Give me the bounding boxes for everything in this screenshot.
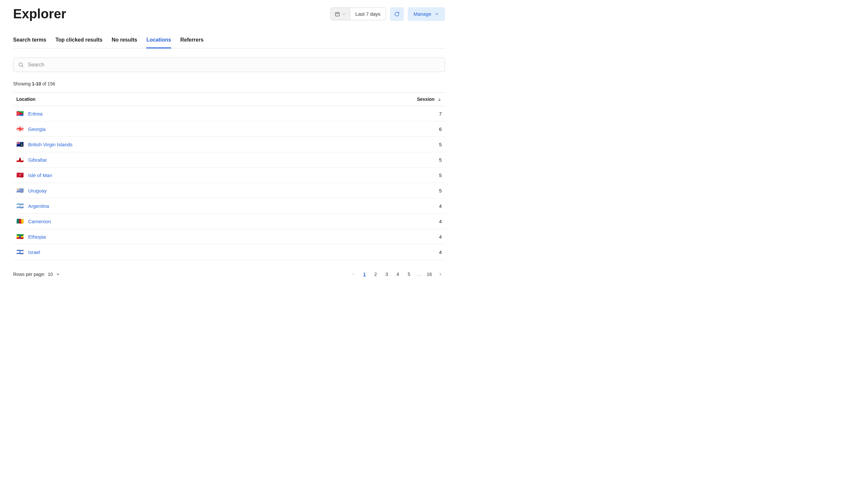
table-row: 🇺🇾Uruguay5 [13, 183, 445, 198]
page-button[interactable]: 5 [404, 270, 414, 279]
prev-page-button [349, 270, 358, 279]
session-value: 7 [301, 106, 445, 122]
table-row: 🇬🇮Gibraltar5 [13, 152, 445, 167]
table-row: 🇦🇷Argentina4 [13, 198, 445, 214]
flag-icon: 🇪🇷 [16, 110, 23, 117]
session-value: 4 [301, 198, 445, 214]
location-link[interactable]: Israel [28, 249, 40, 255]
location-link[interactable]: Gibraltar [28, 157, 47, 163]
sort-desc-icon [437, 97, 442, 102]
table-row: 🇮🇱Israel4 [13, 245, 445, 260]
chevron-down-icon [56, 272, 60, 276]
location-cell: 🇦🇷Argentina [13, 198, 301, 214]
calendar-icon [335, 12, 340, 17]
location-link[interactable]: Isle of Man [28, 173, 52, 178]
search-box[interactable] [13, 58, 445, 72]
svg-point-4 [19, 63, 22, 67]
table-row: 🇬🇪Georgia6 [13, 122, 445, 137]
location-cell: 🇨🇲Cameroon [13, 214, 301, 229]
calendar-dropdown-button[interactable] [331, 8, 350, 20]
pagination: 12345…16 [349, 270, 445, 279]
header: Explorer Last 7 days Manage [13, 6, 445, 21]
location-cell: 🇬🇪Georgia [13, 122, 301, 137]
table-row: 🇮🇲Isle of Man5 [13, 167, 445, 183]
page-button[interactable]: 3 [382, 270, 391, 279]
tab-no-results[interactable]: No results [112, 37, 137, 49]
tab-locations[interactable]: Locations [146, 37, 171, 49]
tab-search-terms[interactable]: Search terms [13, 37, 46, 49]
location-cell: 🇪🇹Ethiopia [13, 229, 301, 245]
session-value: 4 [301, 214, 445, 229]
table-footer: Rows per page: 10 12345…16 [13, 270, 445, 279]
table-row: 🇪🇷Eritrea7 [13, 106, 445, 122]
locations-table: Location Session 🇪🇷Eritrea7🇬🇪Georgia6🇻🇬B… [13, 92, 445, 260]
svg-rect-0 [335, 13, 339, 16]
refresh-button[interactable] [390, 7, 404, 21]
flag-icon: 🇪🇹 [16, 233, 23, 240]
tab-top-clicked-results[interactable]: Top clicked results [55, 37, 103, 49]
location-link[interactable]: British Virgin Islands [28, 142, 73, 147]
page-button[interactable]: 1 [360, 270, 369, 279]
header-actions: Last 7 days Manage [330, 7, 445, 21]
location-link[interactable]: Eritrea [28, 111, 42, 116]
column-session[interactable]: Session [301, 93, 445, 106]
flag-icon: 🇬🇮 [16, 156, 23, 163]
search-icon [18, 62, 24, 68]
rows-per-page-select[interactable]: Rows per page: 10 [13, 272, 60, 277]
location-cell: 🇻🇬British Virgin Islands [13, 137, 301, 152]
session-value: 4 [301, 229, 445, 245]
page-title: Explorer [13, 6, 66, 21]
refresh-icon [394, 12, 400, 17]
table-row: 🇪🇹Ethiopia4 [13, 229, 445, 245]
location-link[interactable]: Uruguay [28, 188, 47, 194]
session-value: 5 [301, 137, 445, 152]
table-row: 🇻🇬British Virgin Islands5 [13, 137, 445, 152]
next-page-button[interactable] [436, 270, 445, 279]
chevron-down-icon [435, 12, 439, 16]
location-link[interactable]: Cameroon [28, 219, 51, 224]
flag-icon: 🇮🇲 [16, 172, 23, 179]
search-input[interactable] [28, 62, 440, 68]
session-value: 6 [301, 122, 445, 137]
location-link[interactable]: Ethiopia [28, 234, 46, 239]
results-summary: Showing 1-10 of 156 [13, 81, 445, 86]
page-button[interactable]: 2 [371, 270, 380, 279]
flag-icon: 🇺🇾 [16, 187, 23, 194]
date-range-label[interactable]: Last 7 days [350, 8, 386, 20]
location-cell: 🇺🇾Uruguay [13, 183, 301, 198]
manage-button-label: Manage [414, 11, 431, 17]
session-value: 5 [301, 183, 445, 198]
page-button[interactable]: 16 [425, 270, 434, 279]
tabs: Search termsTop clicked resultsNo result… [13, 37, 445, 49]
manage-button[interactable]: Manage [408, 7, 445, 21]
flag-icon: 🇻🇬 [16, 141, 23, 148]
date-range-picker[interactable]: Last 7 days [330, 7, 386, 20]
session-value: 4 [301, 245, 445, 260]
chevron-down-icon [342, 12, 346, 16]
flag-icon: 🇬🇪 [16, 125, 23, 132]
session-value: 5 [301, 167, 445, 183]
location-link[interactable]: Argentina [28, 203, 49, 209]
session-value: 5 [301, 152, 445, 167]
pagination-ellipsis: … [416, 272, 423, 277]
location-cell: 🇮🇲Isle of Man [13, 167, 301, 183]
flag-icon: 🇦🇷 [16, 202, 23, 210]
tab-referrers[interactable]: Referrers [180, 37, 203, 49]
location-cell: 🇮🇱Israel [13, 245, 301, 260]
flag-icon: 🇨🇲 [16, 218, 23, 225]
svg-line-5 [22, 66, 23, 67]
location-link[interactable]: Georgia [28, 126, 46, 132]
location-cell: 🇬🇮Gibraltar [13, 152, 301, 167]
flag-icon: 🇮🇱 [16, 248, 23, 256]
page-button[interactable]: 4 [393, 270, 402, 279]
column-location[interactable]: Location [13, 93, 301, 106]
location-cell: 🇪🇷Eritrea [13, 106, 301, 122]
table-row: 🇨🇲Cameroon4 [13, 214, 445, 229]
